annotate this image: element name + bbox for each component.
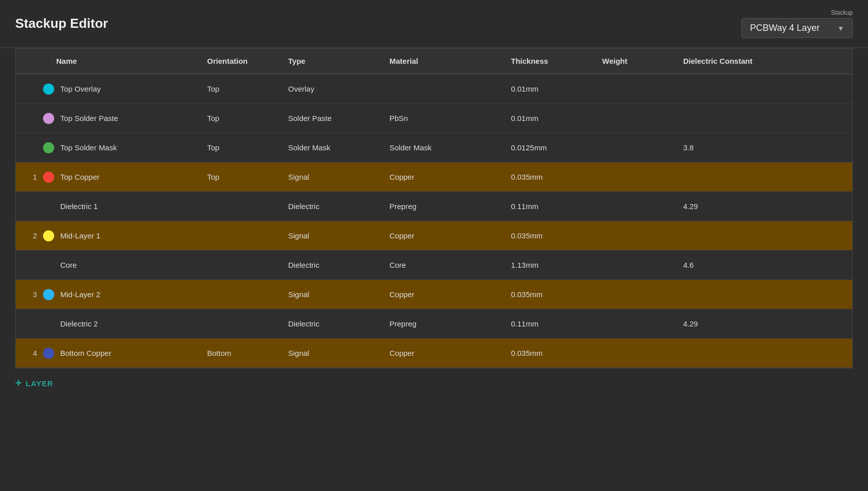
row-number: 1 xyxy=(25,173,37,181)
dielectric xyxy=(674,230,852,242)
type: Signal xyxy=(279,343,380,363)
weight xyxy=(593,112,674,125)
type: Signal xyxy=(279,225,380,246)
type: Solder Mask xyxy=(279,137,380,158)
table-row[interactable]: Core Dielectric Core 1.13mm 4.6 xyxy=(16,251,852,280)
type: Signal xyxy=(279,167,380,187)
row-number xyxy=(25,114,37,122)
stackup-dropdown[interactable]: PCBWay 4 Layer ▼ xyxy=(741,18,853,38)
thickness: 0.035mm xyxy=(502,167,593,187)
orientation: Top xyxy=(198,137,279,158)
table-row[interactable]: Top Overlay Top Overlay 0.01mm xyxy=(16,74,852,104)
layer-name: Core xyxy=(43,261,77,269)
name-cell: Core xyxy=(16,255,198,275)
table-row[interactable]: 2 Mid-Layer 1 Signal Copper 0.035mm xyxy=(16,221,852,251)
dielectric: 4.29 xyxy=(674,313,852,334)
dielectric: 4.29 xyxy=(674,196,852,217)
name-cell: Top Solder Mask xyxy=(16,136,198,159)
page-title: Stackup Editor xyxy=(15,16,108,31)
weight xyxy=(593,289,674,301)
color-dot-blue xyxy=(43,348,54,359)
name-cell: Dielectric 2 xyxy=(16,313,198,334)
type: Dielectric xyxy=(279,313,380,334)
orientation: Bottom xyxy=(198,343,279,363)
material: Copper xyxy=(380,225,502,246)
layer-name: Top Solder Mask xyxy=(60,143,117,152)
orientation: Top xyxy=(198,78,279,99)
row-number: 3 xyxy=(25,290,37,299)
col-weight: Weight xyxy=(593,49,674,73)
row-number xyxy=(25,261,37,269)
table-row[interactable]: 3 Mid-Layer 2 Signal Copper 0.035mm xyxy=(16,280,852,309)
color-dot-yellow xyxy=(43,230,54,241)
thickness: 0.01mm xyxy=(502,78,593,99)
dielectric xyxy=(674,289,852,301)
type: Dielectric xyxy=(279,255,380,275)
thickness: 0.035mm xyxy=(502,284,593,305)
color-dot-red xyxy=(43,172,54,183)
col-type: Type xyxy=(279,49,380,73)
thickness: 0.11mm xyxy=(502,313,593,334)
type: Signal xyxy=(279,284,380,305)
thickness: 0.01mm xyxy=(502,108,593,129)
table-row[interactable]: 4 Bottom Copper Bottom Signal Copper 0.0… xyxy=(16,339,852,368)
weight xyxy=(593,171,674,183)
color-dot-blue-light xyxy=(43,289,54,300)
layer-name: Top Solder Paste xyxy=(60,114,118,122)
orientation xyxy=(198,289,279,301)
color-dot-green xyxy=(43,142,54,153)
table-row[interactable]: Top Solder Mask Top Solder Mask Solder M… xyxy=(16,133,852,162)
layer-name: Top Overlay xyxy=(60,85,101,93)
name-cell: 4 Bottom Copper xyxy=(16,342,198,365)
material: Core xyxy=(380,255,502,275)
name-cell: 3 Mid-Layer 2 xyxy=(16,283,198,306)
layer-name: Mid-Layer 2 xyxy=(60,290,100,299)
dielectric xyxy=(674,347,852,359)
thickness: 0.0125mm xyxy=(502,137,593,158)
table-row[interactable]: Top Solder Paste Top Solder Paste PbSn 0… xyxy=(16,104,852,133)
app-header: Stackup Editor Stackup PCBWay 4 Layer ▼ xyxy=(0,0,868,47)
col-material: Material xyxy=(380,49,502,73)
thickness: 0.035mm xyxy=(502,225,593,246)
type: Overlay xyxy=(279,78,380,99)
col-name: Name xyxy=(16,49,198,73)
row-number xyxy=(25,319,37,328)
table-row[interactable]: Dielectric 1 Dielectric Prepreg 0.11mm 4… xyxy=(16,192,852,221)
layer-name: Bottom Copper xyxy=(60,349,111,357)
dielectric xyxy=(674,171,852,183)
layer-name: Top Copper xyxy=(60,173,100,181)
dielectric: 3.8 xyxy=(674,137,852,158)
weight xyxy=(593,259,674,271)
layer-name: Dielectric 1 xyxy=(43,202,98,211)
material: Copper xyxy=(380,284,502,305)
material: Prepreg xyxy=(380,313,502,334)
row-number: 2 xyxy=(25,231,37,240)
col-orientation: Orientation xyxy=(198,49,279,73)
orientation xyxy=(198,230,279,242)
dielectric xyxy=(674,83,852,95)
weight xyxy=(593,83,674,95)
layer-name: Dielectric 2 xyxy=(43,319,98,328)
name-cell: 2 Mid-Layer 1 xyxy=(16,224,198,248)
color-dot-cyan xyxy=(43,84,54,95)
thickness: 1.13mm xyxy=(502,255,593,275)
stackup-selector-group: Stackup PCBWay 4 Layer ▼ xyxy=(741,9,853,38)
weight xyxy=(593,200,674,213)
weight xyxy=(593,230,674,242)
type: Dielectric xyxy=(279,196,380,217)
add-layer-footer[interactable]: + LAYER xyxy=(0,369,868,398)
orientation xyxy=(198,259,279,271)
orientation xyxy=(198,318,279,330)
table-row[interactable]: 1 Top Copper Top Signal Copper 0.035mm xyxy=(16,162,852,192)
weight xyxy=(593,142,674,154)
table-row[interactable]: Dielectric 2 Dielectric Prepreg 0.11mm 4… xyxy=(16,309,852,339)
material: Copper xyxy=(380,167,502,187)
table-header: Name Orientation Type Material Thickness… xyxy=(16,49,852,74)
material: Prepreg xyxy=(380,196,502,217)
material: Copper xyxy=(380,343,502,363)
name-cell: Top Solder Paste xyxy=(16,107,198,130)
name-cell: Top Overlay xyxy=(16,77,198,101)
col-thickness: Thickness xyxy=(502,49,593,73)
layer-name: Mid-Layer 1 xyxy=(60,231,100,240)
row-number xyxy=(25,85,37,93)
